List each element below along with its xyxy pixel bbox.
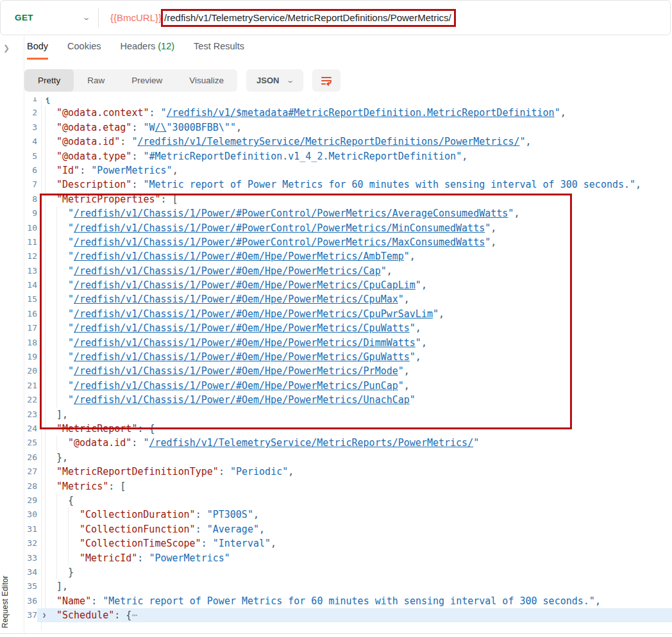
json-link[interactable]: /redfish/v1/TelemetryService/MetricRepor… — [149, 437, 473, 449]
code-line: 31"CollectionFunction": "Average", — [24, 522, 672, 536]
code-text: "/redfish/v1/Chassis/1/Power/#PowerContr… — [37, 221, 672, 235]
url-path: /redfish/v1/TelemetryService/MetricRepor… — [164, 12, 451, 23]
view-preview[interactable]: Preview — [118, 69, 176, 92]
code-line: 2"@odata.context": "/redfish/v1/$metadat… — [24, 106, 672, 120]
json-link[interactable]: /\ — [155, 122, 167, 133]
tab-cookies[interactable]: Cookies — [67, 41, 101, 60]
json-link[interactable]: /redfish/v1/Chassis/1/Power/#Oem/Hpe/Pow… — [74, 279, 416, 291]
code-line: 3"@odata.etag": "W/\"3000BFBB\"", — [24, 120, 672, 135]
json-link[interactable]: /redfish/v1/Chassis/1/Power/#Oem/Hpe/Pow… — [74, 365, 398, 377]
line-number: 22 — [24, 393, 37, 407]
json-link[interactable]: /redfish/v1/Chassis/1/Power/#Oem/Hpe/Pow… — [74, 251, 404, 262]
json-link[interactable]: /redfish/v1/Chassis/1/Power/#Oem/Hpe/Pow… — [74, 294, 398, 305]
line-number: 37❯ — [24, 608, 37, 622]
line-number: 19 — [24, 350, 37, 364]
view-visualize[interactable]: Visualize — [176, 69, 237, 92]
code-text: "Description": "Metric report of Power M… — [37, 178, 672, 192]
code-line: 24"MetricReport": { — [24, 422, 672, 436]
line-number: 3 — [24, 120, 37, 135]
code-text: "@odata.context": "/redfish/v1/$metadata… — [37, 106, 672, 120]
text-wrap-icon — [320, 74, 333, 87]
code-text: "@odata.id": "/redfish/v1/TelemetryServi… — [37, 436, 672, 450]
code-text: "CollectionTimeScope": "Interval", — [37, 536, 672, 550]
format-label: JSON — [256, 76, 279, 85]
line-number: 17 — [24, 321, 37, 335]
line-number: 18 — [24, 336, 37, 350]
line-number: 35 — [24, 579, 37, 593]
code-text: "@odata.id": "/redfish/v1/TelemetryServi… — [37, 135, 672, 149]
line-number: 16 — [24, 307, 37, 321]
code-text: "/redfish/v1/Chassis/1/Power/#Oem/Hpe/Po… — [37, 264, 672, 278]
chevron-down-icon: ⌄ — [82, 13, 90, 22]
request-editor-label: Request Editor — [1, 575, 10, 628]
line-number: 14 — [24, 278, 37, 292]
code-text: "/redfish/v1/Chassis/1/Power/#Oem/Hpe/Po… — [37, 393, 672, 407]
view-raw[interactable]: Raw — [74, 69, 118, 92]
code-line: 20"/redfish/v1/Chassis/1/Power/#Oem/Hpe/… — [24, 364, 672, 378]
json-link[interactable]: /redfish/v1/Chassis/1/Power/#Oem/Hpe/Pow… — [74, 308, 433, 320]
code-text: "/redfish/v1/Chassis/1/Power/#Oem/Hpe/Po… — [37, 336, 672, 350]
json-link[interactable]: /redfish/v1/Chassis/1/Power/#Oem/Hpe/Pow… — [74, 322, 410, 334]
code-text: "/redfish/v1/Chassis/1/Power/#PowerContr… — [37, 206, 672, 220]
code-text: "/redfish/v1/Chassis/1/Power/#Oem/Hpe/Po… — [37, 307, 672, 321]
json-response-viewer: 1{2"@odata.context": "/redfish/v1/$metad… — [24, 97, 672, 637]
code-line: 4"@odata.id": "/redfish/v1/TelemetryServ… — [24, 135, 672, 149]
code-line: 21"/redfish/v1/Chassis/1/Power/#Oem/Hpe/… — [24, 379, 672, 393]
url-highlight-box: /redfish/v1/TelemetryService/MetricRepor… — [161, 9, 456, 27]
json-link[interactable]: /redfish/v1/$metadata#MetricReportDefini… — [167, 107, 555, 119]
json-link[interactable]: /redfish/v1/Chassis/1/Power/#Oem/Hpe/Pow… — [74, 337, 416, 349]
code-text: { — [37, 493, 672, 508]
line-number: 28 — [24, 479, 37, 493]
code-text: } — [37, 565, 672, 579]
view-segmented-control: Pretty Raw Preview Visualize — [24, 69, 237, 92]
code-line: 15"/redfish/v1/Chassis/1/Power/#Oem/Hpe/… — [24, 292, 672, 306]
tab-headers[interactable]: Headers (12) — [120, 41, 174, 60]
code-text: ], — [37, 408, 672, 422]
code-line: 5"@odata.type": "#MetricReportDefinition… — [24, 149, 672, 163]
line-number: 15 — [24, 292, 37, 306]
line-number: 6 — [24, 163, 37, 178]
code-text: "@odata.etag": "W/\"3000BFBB\"", — [37, 120, 672, 135]
line-number: 33 — [24, 551, 37, 565]
code-line: 6"Id": "PowerMetrics", — [24, 163, 672, 178]
code-line: 10"/redfish/v1/Chassis/1/Power/#PowerCon… — [24, 221, 672, 235]
json-link[interactable]: /redfish/v1/Chassis/1/Power/#Oem/Hpe/Pow… — [74, 380, 398, 392]
json-link[interactable]: /redfish/v1/Chassis/1/Power/#PowerContro… — [74, 236, 485, 248]
code-text: "/redfish/v1/Chassis/1/Power/#Oem/Hpe/Po… — [37, 249, 672, 263]
code-line: 27"MetricReportDefinitionType": "Periodi… — [24, 465, 672, 479]
fold-chevron-icon[interactable]: ❯ — [42, 608, 46, 622]
json-link[interactable]: /redfish/v1/Chassis/1/Power/#Oem/Hpe/Pow… — [74, 265, 381, 277]
code-text: "Schedule": {⋯ — [37, 608, 672, 622]
code-line: 17"/redfish/v1/Chassis/1/Power/#Oem/Hpe/… — [24, 321, 672, 335]
json-link[interactable]: /redfish/v1/Chassis/1/Power/#Oem/Hpe/Pow… — [74, 394, 410, 406]
tab-test-results[interactable]: Test Results — [194, 41, 244, 60]
code-line: 28"Metrics": [ — [24, 479, 672, 493]
request-url-bar: GET ⌄ {{BmcURL}}/redfish/v1/TelemetrySer… — [0, 0, 671, 35]
code-text: { — [37, 97, 672, 106]
tab-body[interactable]: Body — [27, 41, 48, 60]
url-input[interactable]: {{BmcURL}}/redfish/v1/TelemetryService/M… — [110, 9, 456, 27]
code-text: "CollectionDuration": "PT300S", — [37, 508, 672, 522]
code-line: 35], — [24, 579, 672, 593]
json-link[interactable]: /redfish/v1/Chassis/1/Power/#PowerContro… — [74, 208, 508, 219]
code-text: "MetricId": "PowerMetrics" — [37, 551, 672, 565]
line-number: 21 — [24, 379, 37, 393]
response-tabs: Body Cookies Headers (12) Test Results — [27, 41, 244, 60]
line-number: 4 — [24, 135, 37, 149]
expand-sidebar-icon[interactable]: ❯ — [3, 44, 10, 53]
json-link[interactable]: /redfish/v1/Chassis/1/Power/#Oem/Hpe/Pow… — [74, 351, 410, 363]
code-text: "@odata.type": "#MetricReportDefinition.… — [37, 149, 672, 163]
line-number: 2 — [24, 106, 37, 120]
method-selector[interactable]: GET ⌄ — [1, 13, 98, 22]
view-pretty[interactable]: Pretty — [24, 69, 74, 92]
code-line: 8"MetricProperties": [ — [24, 192, 672, 206]
wrap-text-button[interactable] — [312, 69, 340, 92]
json-link[interactable]: /redfish/v1/Chassis/1/Power/#PowerContro… — [74, 222, 485, 234]
line-number: 29 — [24, 493, 37, 508]
code-lines: 1{2"@odata.context": "/redfish/v1/$metad… — [24, 97, 672, 622]
line-number: 13 — [24, 264, 37, 278]
code-line: 19"/redfish/v1/Chassis/1/Power/#Oem/Hpe/… — [24, 350, 672, 364]
format-select[interactable]: JSON ⌄ — [246, 69, 303, 92]
json-link[interactable]: /redfish/v1/TelemetryService/MetricRepor… — [137, 136, 519, 147]
code-line: 13"/redfish/v1/Chassis/1/Power/#Oem/Hpe/… — [24, 264, 672, 278]
